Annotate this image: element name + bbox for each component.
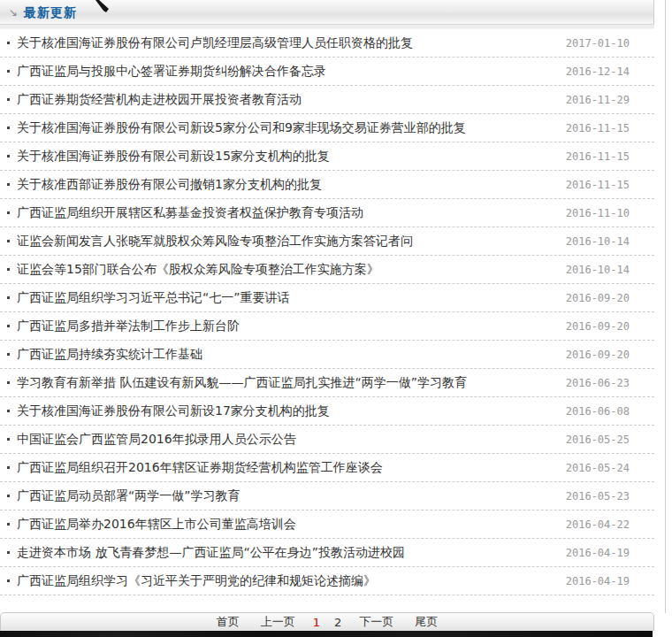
list-item: 广西证监局与投服中心签署证券期货纠纷解决合作备忘录 2016-12-14 — [0, 58, 654, 86]
list-item: 证监会新闻发言人张晓军就股权众筹风险专项整治工作实施方案答记者问 2016-10… — [0, 227, 654, 256]
pagination-page-current[interactable]: 1 — [313, 616, 320, 629]
news-date: 2016-05-23 — [557, 490, 630, 503]
news-link[interactable]: 学习教育有新举措 队伍建设有新风貌——广西证监局扎实推进“两学一做”学习教育 — [17, 375, 467, 391]
list-item: 广西证监局组织学习《习近平关于严明党的纪律和规矩论述摘编》 2016-04-19 — [0, 567, 654, 595]
footer-strip — [0, 631, 653, 637]
bullet-icon — [7, 466, 10, 469]
news-date: 2016-04-19 — [557, 547, 630, 559]
list-item: 广西证监局组织开展辖区私募基金投资者权益保护教育专项活动 2016-11-10 — [0, 199, 654, 227]
news-date: 2016-04-22 — [557, 518, 630, 531]
bullet-icon — [7, 579, 10, 582]
news-date: 2016-09-20 — [557, 292, 630, 304]
list-item: 关于核准国海证券股份有限公司新设17家分支机构的批复 2016-06-08 — [0, 397, 654, 426]
list-item: 学习教育有新举措 队伍建设有新风貌——广西证监局扎实推进“两学一做”学习教育 2… — [0, 369, 654, 397]
pagination-pages: 12 — [306, 616, 349, 629]
bullet-icon — [7, 211, 10, 214]
list-item: 广西证监局多措并举法制工作步上新台阶 2016-09-20 — [0, 312, 654, 341]
pagination-prev-link[interactable]: 上一页 — [261, 614, 295, 630]
news-date: 2016-10-14 — [557, 235, 630, 248]
corner-arrow-icon: ↘ — [9, 7, 18, 18]
news-date: 2016-10-14 — [557, 264, 630, 276]
list-item: 广西证监局动员部署“两学一做”学习教育 2016-05-23 — [0, 482, 654, 510]
pagination-first-link[interactable]: 首页 — [217, 614, 240, 630]
news-date: 2016-04-19 — [557, 575, 630, 587]
news-link[interactable]: 走进资本市场 放飞青春梦想—广西证监局“公平在身边”投教活动进校园 — [17, 545, 405, 561]
list-item: 广西证监局举办2016年辖区上市公司董监高培训会 2016-04-22 — [0, 510, 654, 539]
news-date: 2016-06-08 — [557, 405, 630, 418]
right-border-line — [665, 0, 666, 613]
news-date: 2017-01-10 — [557, 37, 630, 50]
list-item: 中国证监会广西监管局2016年拟录用人员公示公告 2016-05-25 — [0, 426, 654, 454]
news-date: 2016-11-15 — [557, 150, 630, 163]
bullet-icon — [7, 155, 10, 157]
panel-title: 最新更新 — [24, 0, 77, 25]
bullet-icon — [7, 98, 10, 101]
pagination-next-link[interactable]: 下一页 — [359, 614, 393, 630]
bullet-icon — [7, 381, 10, 384]
bullet-icon — [7, 127, 10, 129]
news-date: 2016-06-23 — [557, 377, 630, 389]
news-link[interactable]: 广西证券期货经营机构走进校园开展投资者教育活动 — [17, 92, 302, 108]
bullet-icon — [7, 268, 10, 271]
news-date: 2016-11-15 — [557, 179, 630, 191]
news-link[interactable]: 广西证监局与投服中心签署证券期货纠纷解决合作备忘录 — [17, 64, 326, 80]
list-item: 证监会等15部门联合公布《股权众筹风险专项整治工作实施方案》 2016-10-1… — [0, 256, 654, 284]
news-link[interactable]: 广西证监局组织学习习近平总书记“七一”重要讲话 — [17, 290, 290, 306]
list-item: 广西证监局持续夯实统计工作基础 2016-09-20 — [0, 341, 654, 369]
list-item: 走进资本市场 放飞青春梦想—广西证监局“公平在身边”投教活动进校园 2016-0… — [0, 539, 654, 567]
bullet-icon — [7, 438, 10, 441]
news-link[interactable]: 广西证监局组织学习《习近平关于严明党的纪律和规矩论述摘编》 — [17, 573, 376, 589]
list-item: 关于核准西部证券股份有限公司撤销1家分支机构的批复 2016-11-15 — [0, 171, 654, 199]
bullet-icon — [7, 495, 10, 497]
news-date: 2016-11-10 — [557, 207, 630, 219]
list-item: 广西证券期货经营机构走进校园开展投资者教育活动 2016-11-29 — [0, 86, 654, 114]
news-link[interactable]: 中国证监会广西监管局2016年拟录用人员公示公告 — [17, 432, 296, 448]
news-date: 2016-09-20 — [557, 320, 630, 333]
bullet-icon — [7, 296, 10, 299]
list-item: 广西证监局组织召开2016年辖区证券期货经营机构监管工作座谈会 2016-05-… — [0, 454, 654, 482]
news-date: 2016-05-24 — [557, 462, 630, 474]
news-link[interactable]: 广西证监局动员部署“两学一做”学习教育 — [17, 488, 241, 504]
news-link[interactable]: 证监会新闻发言人张晓军就股权众筹风险专项整治工作实施方案答记者问 — [17, 234, 413, 249]
bullet-icon — [7, 551, 10, 554]
list-item: 广西证监局组织学习习近平总书记“七一”重要讲话 2016-09-20 — [0, 284, 654, 312]
bullet-icon — [7, 240, 10, 242]
news-link[interactable]: 广西证监局组织开展辖区私募基金投资者权益保护教育专项活动 — [17, 205, 363, 221]
pagination-page-link[interactable]: 2 — [334, 616, 341, 629]
bullet-icon — [7, 523, 10, 526]
latest-updates-panel: ↘ 最新更新 关于核准国海证券股份有限公司卢凯经理层高级管理人员任职资格的批复 … — [0, 0, 654, 637]
news-date: 2016-05-25 — [557, 434, 630, 446]
page: ↘ 最新更新 关于核准国海证券股份有限公司卢凯经理层高级管理人员任职资格的批复 … — [0, 0, 672, 637]
mouse-cursor — [94, 0, 111, 12]
news-date: 2016-11-15 — [557, 122, 630, 134]
news-link[interactable]: 广西证监局多措并举法制工作步上新台阶 — [17, 318, 240, 334]
news-date: 2016-11-29 — [557, 94, 630, 106]
news-date: 2016-12-14 — [557, 65, 630, 78]
news-link[interactable]: 广西证监局举办2016年辖区上市公司董监高培训会 — [17, 517, 296, 533]
news-link[interactable]: 关于核准国海证券股份有限公司卢凯经理层高级管理人员任职资格的批复 — [17, 35, 413, 51]
list-item: 关于核准国海证券股份有限公司新设15家分支机构的批复 2016-11-15 — [0, 142, 654, 171]
news-link[interactable]: 广西证监局组织召开2016年辖区证券期货经营机构监管工作座谈会 — [17, 460, 383, 476]
pagination-bar: 首页 上一页 12 下一页 尾页 — [0, 612, 654, 631]
bullet-icon — [7, 183, 10, 186]
bullet-icon — [7, 42, 10, 44]
news-link[interactable]: 关于核准国海证券股份有限公司新设5家分公司和9家非现场交易证券营业部的批复 — [17, 120, 466, 136]
news-list: 关于核准国海证券股份有限公司卢凯经理层高级管理人员任职资格的批复 2017-01… — [0, 29, 654, 595]
news-link[interactable]: 关于核准西部证券股份有限公司撤销1家分支机构的批复 — [17, 177, 322, 193]
pagination-last-link[interactable]: 尾页 — [415, 614, 438, 630]
news-link[interactable]: 证监会等15部门联合公布《股权众筹风险专项整治工作实施方案》 — [17, 262, 379, 278]
news-link[interactable]: 关于核准国海证券股份有限公司新设15家分支机构的批复 — [17, 149, 330, 165]
bullet-icon — [7, 325, 10, 327]
bullet-icon — [7, 410, 10, 412]
news-link[interactable]: 广西证监局持续夯实统计工作基础 — [17, 347, 202, 363]
news-date: 2016-09-20 — [557, 349, 630, 361]
bullet-icon — [7, 353, 10, 356]
bullet-icon — [7, 70, 10, 73]
list-item: 关于核准国海证券股份有限公司新设5家分公司和9家非现场交易证券营业部的批复 20… — [0, 114, 654, 142]
list-item: 关于核准国海证券股份有限公司卢凯经理层高级管理人员任职资格的批复 2017-01… — [0, 29, 654, 58]
news-link[interactable]: 关于核准国海证券股份有限公司新设17家分支机构的批复 — [17, 403, 330, 419]
